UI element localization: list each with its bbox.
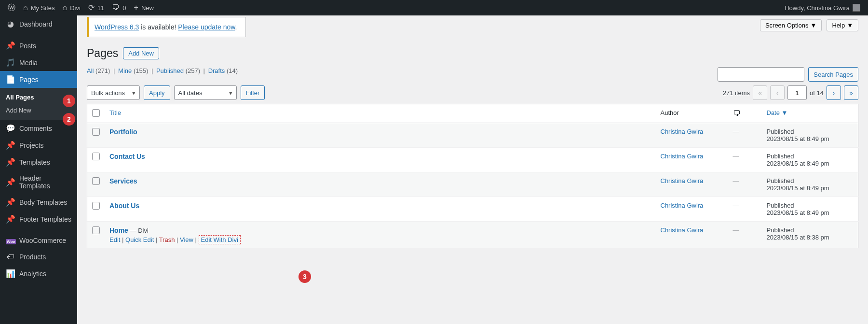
menu-label: Posts — [19, 42, 36, 50]
wp-logo[interactable]: ⓦ — [4, 0, 19, 15]
row-checkbox[interactable] — [92, 153, 100, 160]
page-number-input[interactable] — [787, 85, 807, 100]
filter-button[interactable]: Filter — [241, 85, 265, 100]
menu-label: Comments — [19, 125, 52, 132]
analytics-icon: 📊 — [6, 269, 15, 278]
total-items: 271 items — [723, 89, 750, 97]
adminbar-right: Howdy, Christina Gwira — [781, 0, 864, 15]
row-checkbox[interactable] — [92, 202, 100, 210]
filter-mine-count: (155) — [134, 67, 148, 74]
author-link[interactable]: Christina Gwira — [661, 202, 704, 209]
row-date: 2023/08/15 at 8:49 pm — [767, 135, 854, 142]
screen-options-label: Screen Options — [765, 22, 809, 29]
trash-link[interactable]: Trash — [159, 236, 175, 243]
menu-header-templates[interactable]: 📌Header Templates — [0, 170, 77, 194]
table-row: Home — DiviEdit | Quick Edit | Trash | V… — [87, 222, 858, 249]
media-icon: 🎵 — [6, 58, 15, 67]
filter-all[interactable]: All — [87, 67, 94, 74]
menu-label: Analytics — [19, 270, 46, 278]
col-title[interactable]: Title — [109, 109, 121, 116]
pin-icon: 📌 — [6, 178, 15, 187]
howdy[interactable]: Howdy, Christina Gwira — [781, 0, 864, 15]
search-row: Search Pages — [718, 67, 858, 82]
search-input[interactable] — [718, 67, 804, 82]
quick-edit-link[interactable]: Quick Edit — [125, 236, 154, 243]
author-link[interactable]: Christina Gwira — [661, 177, 704, 184]
table-row: About UsChristina Gwira—Published2023/08… — [87, 197, 858, 222]
help-button[interactable]: Help▼ — [827, 19, 858, 31]
row-status: Published — [767, 128, 854, 135]
menu-products[interactable]: 🏷Products — [0, 249, 77, 265]
view-link[interactable]: View — [180, 236, 193, 243]
row-title-link[interactable]: Services — [109, 177, 137, 185]
pin-icon: 📌 — [6, 41, 15, 50]
pin-icon: 📌 — [6, 197, 15, 207]
comment-icon: 🗨 — [112, 4, 120, 12]
menu-footer-templates[interactable]: 📌Footer Templates — [0, 211, 77, 227]
comments-count: 0 — [122, 4, 126, 12]
date-filter-select[interactable]: All dates — [174, 85, 237, 100]
comment-icon[interactable]: 🗨 — [733, 109, 741, 117]
comments-bar[interactable]: 🗨0 — [108, 0, 130, 15]
updates[interactable]: ⟳11 — [84, 0, 108, 15]
screen-options-button[interactable]: Screen Options▼ — [760, 19, 822, 31]
howdy-text: Howdy, Christina Gwira — [785, 4, 850, 12]
menu-pages[interactable]: 📄Pages — [0, 71, 77, 88]
row-title-link[interactable]: Portfolio — [109, 128, 137, 136]
row-checkbox[interactable] — [92, 128, 100, 136]
new-label: New — [141, 4, 154, 12]
row-title-link[interactable]: Contact Us — [109, 153, 145, 160]
filter-mine[interactable]: Mine — [118, 67, 132, 74]
menu-label: Body Templates — [19, 198, 67, 206]
menu-label: Dashboard — [19, 20, 53, 28]
add-new-button[interactable]: Add New — [123, 47, 159, 59]
row-checkbox[interactable] — [92, 177, 100, 185]
menu-posts[interactable]: 📌Posts — [0, 37, 77, 54]
menu-projects[interactable]: 📌Projects — [0, 137, 77, 154]
update-now-link[interactable]: Please update now — [178, 23, 235, 31]
menu-label: Media — [19, 59, 38, 67]
page-icon: 📄 — [6, 75, 15, 84]
filter-drafts[interactable]: Drafts — [208, 67, 225, 74]
last-page-button[interactable]: » — [844, 85, 858, 100]
new-content[interactable]: +New — [130, 0, 158, 15]
next-page-button[interactable]: › — [827, 85, 841, 100]
select-all-checkbox[interactable] — [92, 109, 100, 117]
wordpress-icon: ⓦ — [8, 4, 15, 12]
menu-templates[interactable]: 📌Templates — [0, 154, 77, 170]
help-label: Help — [832, 22, 845, 29]
prev-page-button[interactable]: ‹ — [770, 85, 785, 100]
table-row: Contact UsChristina Gwira—Published2023/… — [87, 148, 858, 172]
author-link[interactable]: Christina Gwira — [661, 153, 704, 160]
menu-dashboard[interactable]: ◕Dashboard — [0, 15, 77, 32]
menu-label: Products — [19, 253, 46, 261]
menu-label: Pages — [19, 76, 39, 84]
bulk-actions-select[interactable]: Bulk actions — [87, 85, 140, 100]
edit-with-divi-link[interactable]: Edit With Divi — [199, 235, 241, 244]
row-title-link[interactable]: Home — [109, 226, 128, 234]
menu-woocommerce[interactable]: WooWooCommerce — [0, 232, 77, 249]
row-checkbox[interactable] — [92, 226, 100, 234]
edit-link[interactable]: Edit — [109, 236, 120, 243]
comment-count: — — [733, 177, 739, 184]
menu-media[interactable]: 🎵Media — [0, 54, 77, 71]
col-author[interactable]: Author — [661, 109, 679, 116]
row-actions: Edit | Quick Edit | Trash | View | Edit … — [109, 236, 651, 243]
apply-button[interactable]: Apply — [144, 85, 170, 100]
site-name[interactable]: ⌂Divi — [59, 0, 84, 15]
author-link[interactable]: Christina Gwira — [661, 128, 704, 135]
filter-published[interactable]: Published — [156, 67, 184, 74]
wp-version-link[interactable]: WordPress 6.3 — [95, 23, 139, 31]
pages-table: Title Author 🗨 Date ▼ PortfolioChristina… — [87, 104, 858, 249]
row-title-link[interactable]: About Us — [109, 202, 139, 210]
my-sites[interactable]: ⌂My Sites — [19, 0, 59, 15]
col-date[interactable]: Date — [767, 109, 780, 116]
updates-count: 11 — [97, 4, 104, 12]
dashboard-icon: ◕ — [6, 19, 15, 28]
menu-body-templates[interactable]: 📌Body Templates — [0, 194, 77, 211]
author-link[interactable]: Christina Gwira — [661, 226, 704, 234]
menu-analytics[interactable]: 📊Analytics — [0, 265, 77, 282]
search-button[interactable]: Search Pages — [808, 67, 858, 82]
first-page-button[interactable]: « — [753, 85, 767, 100]
status-filters: All (271) | Mine (155) | Published (257)… — [87, 67, 238, 74]
